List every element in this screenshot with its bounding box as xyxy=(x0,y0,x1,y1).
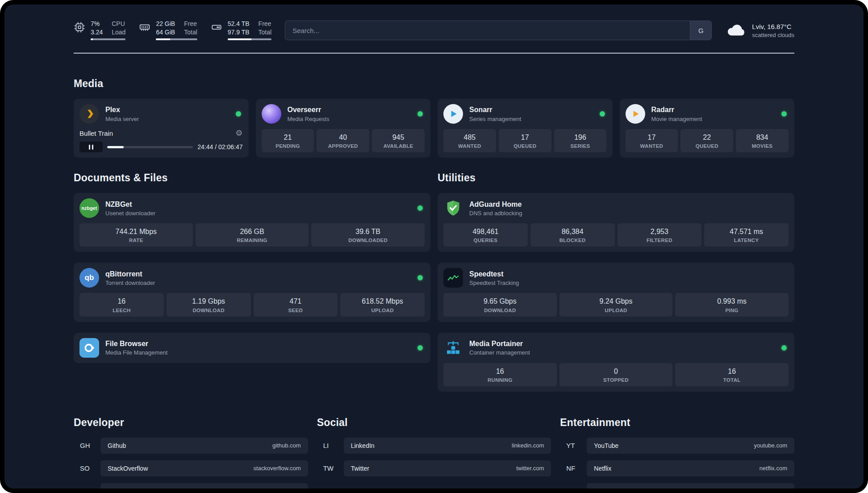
bookmark-url: dev.to xyxy=(285,488,300,489)
radarr-stats: 17WANTED 22QUEUED 834MOVIES xyxy=(626,129,789,152)
bookmark-twitter[interactable]: TW Twittertwitter.com xyxy=(317,460,551,476)
bookmarks-social: Social LI LinkedInlinkedin.com TW Twitte… xyxy=(317,417,551,489)
bookmarks-entertainment: Entertainment YT YouTubeyoutube.com NF N… xyxy=(560,417,794,489)
gear-icon[interactable]: ⚙ xyxy=(235,129,242,137)
bookmark-name: Netflix xyxy=(594,465,611,472)
status-dot xyxy=(781,345,787,351)
service-name: Media Portainer xyxy=(469,339,530,348)
qbittorrent-icon: qb xyxy=(79,268,99,288)
speedtest-card: Speedtest Speedtest Tracking 9.65 GbpsDO… xyxy=(438,263,794,322)
bookmark-reddit[interactable]: RE Redditreddit.com xyxy=(560,483,794,489)
ram-total-value: 64 GiB xyxy=(156,29,175,36)
bookmark-name: StackOverflow xyxy=(108,465,148,472)
nzbget-icon: nzbget xyxy=(79,198,99,218)
service-name: NZBGet xyxy=(105,200,155,209)
stat-approved: 40APPROVED xyxy=(317,129,369,152)
bookmark-name: Github xyxy=(108,442,126,449)
nzbget-service-link[interactable]: nzbget NZBGet Usenet downloader xyxy=(79,198,425,218)
stat-downloaded: 39.6 TBDOWNLOADED xyxy=(311,223,425,246)
overseerr-icon xyxy=(262,104,281,124)
nzbget-stats: 744.21 MbpsRATE 266 GBREMAINING 39.6 TBD… xyxy=(79,223,425,246)
service-subtitle: Media server xyxy=(105,116,139,122)
overseerr-service-link[interactable]: Overseerr Media Requests xyxy=(262,104,425,124)
status-dot xyxy=(417,111,423,117)
service-subtitle: Series management xyxy=(469,116,521,122)
bookmark-youtube[interactable]: YT YouTubeyoutube.com xyxy=(560,438,794,454)
search-bar: G xyxy=(285,21,712,40)
service-name: qBittorrent xyxy=(105,270,155,278)
stat-leech: 16LEECH xyxy=(79,293,164,316)
pause-button[interactable] xyxy=(79,142,103,152)
service-subtitle: Container management xyxy=(469,349,530,356)
dashboard-page: 7% CPU 3.24 Load 22 GiB Free 64 GiB Tota… xyxy=(4,4,864,489)
filebrowser-card: File Browser Media File Management xyxy=(74,333,430,363)
search-input[interactable] xyxy=(285,21,690,40)
bookmark-url: linkedin.com xyxy=(512,442,544,449)
status-dot xyxy=(417,345,423,351)
status-dot xyxy=(417,275,423,280)
stat-rate: 744.21 MbpsRATE xyxy=(79,223,193,246)
disk-total-value: 97.9 TB xyxy=(228,29,250,36)
speedtest-service-link[interactable]: Speedtest Speedtest Tracking xyxy=(443,268,789,288)
filebrowser-service-link[interactable]: File Browser Media File Management xyxy=(79,338,425,358)
stat-running: 16RUNNING xyxy=(443,363,557,386)
stat-total: 16TOTAL xyxy=(675,363,789,386)
radarr-service-link[interactable]: Radarr Movie management xyxy=(626,104,789,124)
overseerr-stats: 21PENDING 40APPROVED 945AVAILABLE xyxy=(262,129,425,152)
stat-series: 196SERIES xyxy=(554,129,607,152)
entertainment-title: Entertainment xyxy=(560,417,794,429)
ram-progress-bar xyxy=(156,38,197,40)
weather-widget[interactable]: Lviv, 16.87°C scattered clouds xyxy=(725,22,794,39)
service-name: Radarr xyxy=(651,105,702,114)
weather-location-temp: Lviv, 16.87°C xyxy=(752,23,794,30)
bookmark-linkedin[interactable]: LI LinkedInlinkedin.com xyxy=(317,438,551,454)
top-bar: 7% CPU 3.24 Load 22 GiB Free 64 GiB Tota… xyxy=(74,21,794,40)
service-name: Sonarr xyxy=(469,105,521,114)
bookmark-abbr: SO xyxy=(80,464,95,472)
stat-ping: 0.993 msPING xyxy=(675,293,789,316)
bookmark-url: netflix.com xyxy=(760,465,787,472)
cpu-label: CPU xyxy=(112,21,125,27)
bookmark-github[interactable]: GH Githubgithub.com xyxy=(74,438,308,454)
portainer-card: Media Portainer Container management 16R… xyxy=(438,333,794,392)
qbittorrent-service-link[interactable]: qb qBittorrent Torrent downloader xyxy=(79,268,425,288)
bookmark-abbr: RE xyxy=(566,487,581,489)
stat-queries: 498,461QUERIES xyxy=(443,223,528,246)
bookmark-url: twitter.com xyxy=(516,465,544,472)
bookmark-name: DEV xyxy=(108,488,121,489)
bookmark-netflix[interactable]: NF Netflixnetflix.com xyxy=(560,460,794,476)
plex-service-link[interactable]: Plex Media server xyxy=(79,104,243,124)
service-name: Overseerr xyxy=(288,105,330,114)
cpu-icon xyxy=(74,21,85,33)
cpu-widget: 7% CPU 3.24 Load xyxy=(74,21,125,40)
adguard-service-link[interactable]: AdGuard Home DNS and adblocking xyxy=(443,198,789,218)
stat-remaining: 266 GBREMAINING xyxy=(196,223,309,246)
service-subtitle: Media Requests xyxy=(288,116,330,122)
service-name: File Browser xyxy=(105,339,167,348)
plex-now-playing: Bullet Train ⚙ 24:44 / 02:06:47 xyxy=(79,129,243,152)
bookmark-abbr: DT xyxy=(80,487,95,489)
bookmark-url: github.com xyxy=(272,442,301,449)
bookmark-dev[interactable]: DT DEVdev.to xyxy=(74,483,308,489)
speedtest-graph-icon xyxy=(443,268,463,288)
documents-section: Documents & Files nzbget NZBGet Usenet d… xyxy=(74,172,430,363)
overseerr-card: Overseerr Media Requests 21PENDING 40APP… xyxy=(256,99,431,158)
window-frame: 7% CPU 3.24 Load 22 GiB Free 64 GiB Tota… xyxy=(0,0,868,493)
stat-wanted: 17WANTED xyxy=(626,129,678,152)
bookmark-name: Twitter xyxy=(351,465,369,472)
bookmark-url: reddit.com xyxy=(760,488,787,489)
stat-wanted: 485WANTED xyxy=(443,129,496,152)
status-dot xyxy=(417,205,423,211)
service-subtitle: Movie management xyxy=(651,116,702,122)
bookmark-stackoverflow[interactable]: SO StackOverflowstackoverflow.com xyxy=(74,460,308,476)
qbittorrent-card: qb qBittorrent Torrent downloader 16LEEC… xyxy=(74,263,430,322)
bookmark-abbr: LI xyxy=(323,442,338,449)
search-provider-button[interactable]: G xyxy=(690,21,711,40)
service-name: Plex xyxy=(105,105,139,114)
portainer-service-link[interactable]: Media Portainer Container management xyxy=(443,338,789,358)
weather-condition: scattered clouds xyxy=(752,32,794,38)
service-name: Speedtest xyxy=(469,270,519,278)
sonarr-service-link[interactable]: Sonarr Series management xyxy=(443,104,607,124)
bookmark-name: YouTube xyxy=(594,442,618,449)
cloud-icon xyxy=(725,22,747,39)
